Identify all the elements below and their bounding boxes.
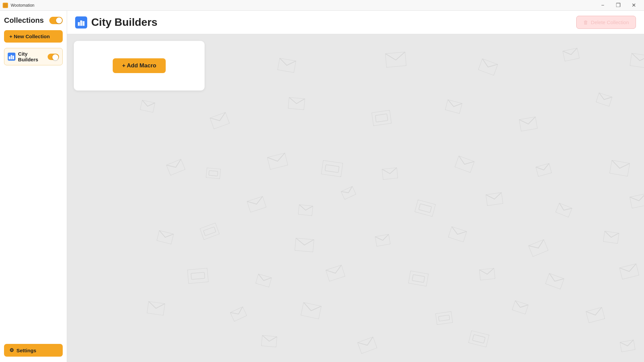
add-macro-button[interactable]: + Add Macro bbox=[113, 58, 166, 73]
svg-rect-3 bbox=[11, 55, 12, 59]
svg-rect-41 bbox=[419, 204, 431, 213]
svg-rect-40 bbox=[415, 200, 436, 217]
svg-rect-54 bbox=[191, 272, 205, 279]
svg-rect-4 bbox=[12, 56, 14, 59]
svg-rect-72 bbox=[472, 335, 485, 343]
header-collection-icon bbox=[75, 16, 87, 28]
svg-rect-10 bbox=[78, 22, 80, 26]
sidebar-title: Collections bbox=[4, 16, 44, 25]
sidebar-spacer bbox=[4, 65, 63, 344]
svg-rect-7 bbox=[11, 54, 12, 55]
svg-rect-5 bbox=[9, 56, 10, 56]
svg-rect-12 bbox=[83, 21, 85, 26]
restore-button[interactable]: ❐ bbox=[610, 0, 626, 11]
collection-item-left: City Builders bbox=[8, 51, 48, 62]
title-bar-controls: − ❐ ✕ bbox=[595, 0, 641, 11]
collection-toggle[interactable] bbox=[48, 54, 59, 60]
collection-item-name: City Builders bbox=[18, 51, 48, 62]
title-bar-left: Wootomation bbox=[3, 3, 34, 8]
svg-rect-66 bbox=[438, 315, 450, 321]
svg-rect-65 bbox=[435, 311, 453, 325]
collections-toggle[interactable] bbox=[49, 17, 63, 24]
svg-rect-46 bbox=[200, 223, 219, 240]
delete-collection-button[interactable]: 🗑 Delete Collection bbox=[576, 16, 636, 29]
app-icon bbox=[3, 3, 8, 8]
svg-rect-22 bbox=[371, 110, 391, 126]
svg-rect-57 bbox=[408, 271, 429, 287]
svg-rect-71 bbox=[468, 330, 489, 347]
svg-rect-32 bbox=[325, 165, 339, 172]
page-title: City Builders bbox=[91, 16, 157, 28]
svg-rect-2 bbox=[9, 56, 10, 59]
svg-rect-53 bbox=[187, 268, 208, 284]
svg-rect-47 bbox=[203, 227, 216, 236]
svg-rect-11 bbox=[80, 20, 82, 26]
main-header: City Builders 🗑 Delete Collection bbox=[67, 11, 644, 34]
title-bar: Wootomation − ❐ ✕ bbox=[0, 0, 644, 11]
svg-rect-6 bbox=[10, 56, 10, 56]
sidebar-item-city-builders[interactable]: City Builders bbox=[4, 48, 63, 65]
app-title: Wootomation bbox=[11, 3, 34, 8]
new-collection-button[interactable]: + New Collection bbox=[4, 30, 63, 43]
svg-rect-44 bbox=[630, 193, 644, 208]
svg-rect-8 bbox=[12, 54, 12, 55]
settings-label: Settings bbox=[16, 348, 36, 353]
sidebar-header: Collections bbox=[4, 16, 63, 25]
close-button[interactable]: ✕ bbox=[626, 0, 641, 11]
svg-rect-23 bbox=[375, 114, 388, 122]
main-header-left: City Builders bbox=[75, 16, 157, 28]
add-macro-card: + Add Macro bbox=[74, 41, 205, 90]
minimize-button[interactable]: − bbox=[595, 0, 610, 11]
gear-icon: ⚙ bbox=[9, 347, 14, 353]
content-area: + Add Macro bbox=[67, 34, 644, 362]
trash-icon: 🗑 bbox=[583, 19, 588, 25]
sidebar: Collections + New Collection bbox=[0, 11, 67, 362]
delete-label: Delete Collection bbox=[591, 19, 629, 25]
svg-rect-28 bbox=[206, 168, 221, 179]
svg-rect-18 bbox=[630, 53, 644, 68]
collection-game-icon bbox=[8, 53, 15, 61]
main-content: City Builders 🗑 Delete Collection bbox=[67, 11, 644, 362]
svg-rect-0 bbox=[3, 3, 7, 7]
svg-rect-58 bbox=[412, 275, 425, 283]
svg-rect-31 bbox=[321, 160, 343, 177]
svg-rect-29 bbox=[209, 171, 218, 176]
app-body: Collections + New Collection bbox=[0, 11, 644, 362]
settings-button[interactable]: ⚙ Settings bbox=[4, 344, 63, 357]
